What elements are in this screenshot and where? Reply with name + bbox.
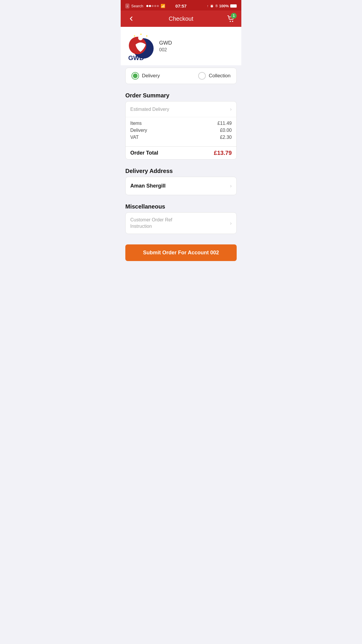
submit-order-button[interactable]: Submit Order For Account 002 <box>125 244 237 261</box>
status-time: 07:57 <box>175 4 187 8</box>
back-chevron-icon: ‹ <box>125 4 129 8</box>
nav-title: Checkout <box>169 15 194 22</box>
merchant-info: GWD 002 <box>159 40 237 52</box>
order-total-row: Order Total £13.79 <box>126 146 236 159</box>
signal-dots <box>146 5 159 7</box>
collection-label: Collection <box>209 73 231 79</box>
svg-point-1 <box>232 21 233 22</box>
merchant-name: GWD <box>159 40 237 46</box>
estimated-delivery-row[interactable]: Estimated Delivery › <box>126 102 236 117</box>
customer-order-ref-label: Customer Order Ref <box>130 217 230 223</box>
delivery-label: Delivery <box>142 73 160 79</box>
bluetooth-icon: B <box>215 4 217 8</box>
wifi-icon: 📶 <box>161 4 165 8</box>
svg-point-0 <box>230 21 231 22</box>
misc-chevron-icon: › <box>230 220 232 226</box>
collection-option[interactable]: Collection <box>198 72 231 80</box>
items-label: Items <box>130 121 142 126</box>
order-total-value: £13.79 <box>214 150 232 156</box>
delivery-collection-toggle[interactable]: Delivery Collection <box>125 68 237 84</box>
estimated-delivery-chevron-icon: › <box>230 106 232 112</box>
estimated-delivery-label: Estimated Delivery <box>130 107 169 112</box>
status-bar: ‹ Search 📶 07:57 ↑ ⏰ B 100% <box>121 0 241 10</box>
miscellaneous-header: Miscellaneous <box>121 200 241 212</box>
delivery-address-header: Delivery Address <box>121 164 241 177</box>
status-bar-left: ‹ Search 📶 <box>125 4 165 8</box>
submit-section: Submit Order For Account 002 <box>121 239 241 270</box>
nav-bar: Checkout 1 <box>121 10 241 27</box>
svg-text:★: ★ <box>140 33 142 36</box>
items-value: £11.49 <box>217 121 232 126</box>
merchant-logo: ★ ★ ★ GWD <box>125 32 154 61</box>
cart-badge: 1 <box>231 13 237 19</box>
delivery-radio-inner <box>133 74 138 78</box>
merchant-code: 002 <box>159 47 237 52</box>
alarm-icon: ⏰ <box>210 4 214 8</box>
vat-value: £2.30 <box>220 135 232 140</box>
address-row[interactable]: Aman Shergill › <box>126 177 236 195</box>
delivery-cost-label: Delivery <box>130 128 147 133</box>
order-summary-card: Estimated Delivery › Items £11.49 Delive… <box>125 101 237 160</box>
order-rows: Items £11.49 Delivery £0.00 VAT £2.30 <box>126 117 236 145</box>
instruction-label: Instruction <box>130 224 230 229</box>
svg-text:★: ★ <box>146 35 148 37</box>
location-icon: ↑ <box>207 4 209 8</box>
status-bar-right: ↑ ⏰ B 100% <box>207 4 237 8</box>
svg-text:GWD: GWD <box>128 54 144 61</box>
address-chevron-icon: › <box>230 183 232 189</box>
cart-button[interactable]: 1 <box>225 13 237 24</box>
delivery-address-card: Aman Shergill › <box>125 177 237 195</box>
delivery-cost-value: £0.00 <box>220 128 232 133</box>
order-total-label: Order Total <box>130 150 158 156</box>
vat-label: VAT <box>130 135 139 140</box>
status-back-label: Search <box>131 4 143 8</box>
vat-row: VAT £2.30 <box>130 135 232 140</box>
delivery-option[interactable]: Delivery <box>131 72 160 80</box>
delivery-radio[interactable] <box>131 72 139 80</box>
main-content: ★ ★ ★ GWD GWD 002 Delivery Collection Or… <box>121 27 241 276</box>
merchant-section: ★ ★ ★ GWD GWD 002 <box>121 27 241 65</box>
misc-content: Customer Order Ref Instruction <box>130 217 230 229</box>
delivery-row: Delivery £0.00 <box>130 128 232 133</box>
items-row: Items £11.49 <box>130 121 232 126</box>
battery-icon <box>230 4 237 8</box>
svg-text:★: ★ <box>133 35 136 37</box>
address-name: Aman Shergill <box>130 183 166 189</box>
order-summary-header: Order Summary <box>121 89 241 101</box>
nav-back-button[interactable] <box>125 13 137 24</box>
collection-radio[interactable] <box>198 72 206 80</box>
miscellaneous-row[interactable]: Customer Order Ref Instruction › <box>126 213 236 234</box>
battery-percentage: 100% <box>219 4 229 8</box>
miscellaneous-card: Customer Order Ref Instruction › <box>125 212 237 234</box>
svg-point-4 <box>138 36 143 40</box>
